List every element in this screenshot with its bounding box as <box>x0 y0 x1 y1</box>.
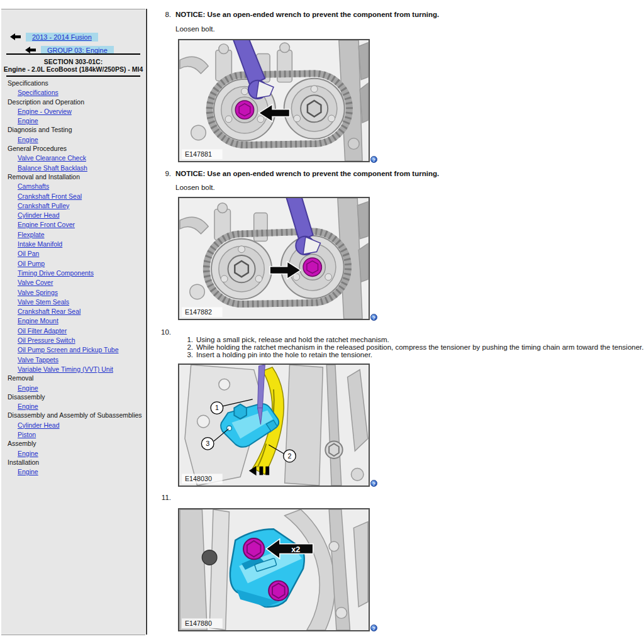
callout-1: 1 <box>211 402 223 414</box>
left-camshaft-sprocket <box>211 239 272 299</box>
svg-text:1: 1 <box>215 404 219 411</box>
breadcrumb-vehicle-link[interactable]: 2013 - 2014 Fusion <box>26 33 98 42</box>
nav-link-row: Oil Pan <box>1 248 145 258</box>
nav-link-crankshaft-pulley[interactable]: Crankshaft Pulley <box>18 202 69 209</box>
nav-link-cylinder-head[interactable]: Cylinder Head <box>18 211 60 219</box>
timing-sprocket-left-bolt-illustration: E147881 <box>179 40 369 161</box>
substep-number: 1. <box>184 336 193 343</box>
nav-link-row: Timing Drive Components <box>1 268 145 277</box>
nav-link-row: Piston <box>1 430 145 439</box>
nav-category: General Procedures <box>1 144 145 153</box>
nav-link-row: Engine Front Cover <box>1 219 145 229</box>
nav-link-valve-clearance-check[interactable]: Valve Clearance Check <box>18 154 86 162</box>
substep-text: Insert a holding pin into the hole to re… <box>196 351 372 358</box>
nav-link-engine[interactable]: Engine <box>18 384 38 392</box>
nav-link-specifications[interactable]: Specifications <box>18 89 58 96</box>
right-camshaft-sprocket <box>284 79 345 139</box>
nav-link-crankshaft-rear-seal[interactable]: Crankshaft Rear Seal <box>18 308 80 315</box>
tensioner-ratchet-illustration: 1 3 2 E148030 <box>179 365 369 486</box>
help-icon[interactable]: ? <box>370 480 377 487</box>
svg-text:2: 2 <box>287 452 291 460</box>
nav-category: Assembly <box>1 439 145 448</box>
nav-link-row: Engine <box>1 135 145 144</box>
nav-link-row: Oil Pressure Switch <box>1 335 145 345</box>
nav-link-cylinder-head[interactable]: Cylinder Head <box>18 421 60 429</box>
nav-category: Diagnosis and Testing <box>1 125 145 134</box>
nav-category: Installation <box>1 458 145 467</box>
nav-link-oil-filter-adapter[interactable]: Oil Filter Adapter <box>18 327 67 335</box>
nav-link-row: Crankshaft Pulley <box>1 201 145 210</box>
step-body: Loosen bolt. <box>175 25 215 33</box>
callout-3: 3 <box>201 438 214 450</box>
nav-link-oil-pump[interactable]: Oil Pump <box>18 260 45 267</box>
nav-link-engine[interactable]: Engine <box>18 450 38 457</box>
nav-link-row: Engine Mount <box>1 316 145 325</box>
camshaft-bolt-magenta <box>303 258 321 276</box>
nav-link-valve-tappets[interactable]: Valve Tappets <box>18 356 58 364</box>
svg-text:3: 3 <box>206 440 209 447</box>
sidebar: 2013 - 2014 Fusion GROUP 03: Engine SECT… <box>1 9 145 635</box>
nav-link-row: Valve Stem Seals <box>1 297 145 306</box>
nav-link-oil-pressure-switch[interactable]: Oil Pressure Switch <box>18 336 75 344</box>
camshaft-bolt-magenta <box>235 101 253 119</box>
sidebar-separator <box>146 9 147 635</box>
substep-text: Using a small pick, release and hold the… <box>196 336 389 343</box>
tensioner-bolt-bottom-magenta <box>269 581 288 601</box>
nav-link-row: Engine <box>1 467 145 476</box>
nav-link-flexplate[interactable]: Flexplate <box>18 231 45 238</box>
divider <box>6 53 140 55</box>
nav-category: Removal <box>1 374 145 382</box>
nav-link-engine[interactable]: Engine <box>18 468 38 475</box>
step-number: 11. <box>158 494 171 501</box>
sidebar-nav: SpecificationsSpecificationsDescription … <box>1 79 145 476</box>
nav-link-valve-springs[interactable]: Valve Springs <box>18 289 58 296</box>
nav-link-engine[interactable]: Engine <box>18 136 38 143</box>
nav-link-row: Balance Shaft Backlash <box>1 163 145 172</box>
figure-e147880: x2 E147880 <box>178 508 370 631</box>
nav-category: Disassembly <box>1 392 145 401</box>
help-icon[interactable]: ? <box>370 625 377 631</box>
substep-number: 3. <box>184 351 193 358</box>
nav-link-row: Camshafts <box>1 181 145 191</box>
substep-number: 2. <box>184 343 193 351</box>
nav-link-row: Engine - Overview <box>1 106 145 116</box>
nav-category: Disassembly and Assembly of Subassemblie… <box>1 411 145 419</box>
nav-link-engine-overview[interactable]: Engine - Overview <box>18 108 72 115</box>
nav-link-piston[interactable]: Piston <box>18 431 36 438</box>
back-arrow-icon[interactable] <box>10 31 21 43</box>
figure-label: E148030 <box>185 475 212 482</box>
nav-link-row: Crankshaft Rear Seal <box>1 306 145 316</box>
nav-link-camshafts[interactable]: Camshafts <box>18 182 49 190</box>
nav-link-engine[interactable]: Engine <box>18 402 38 410</box>
nav-link-balance-shaft-backlash[interactable]: Balance Shaft Backlash <box>18 164 87 172</box>
nav-link-timing-drive-components[interactable]: Timing Drive Components <box>18 269 94 277</box>
nav-link-intake-manifold[interactable]: Intake Manifold <box>18 240 62 248</box>
notice-text: NOTICE: Use an open-ended wrench to prev… <box>175 11 439 18</box>
help-icon[interactable]: ? <box>370 314 377 321</box>
figure-label: E147882 <box>185 308 212 316</box>
nav-link-engine-front-cover[interactable]: Engine Front Cover <box>18 221 75 228</box>
nav-link-engine-mount[interactable]: Engine Mount <box>18 317 58 325</box>
step-body: Loosen bolt. <box>175 184 215 191</box>
svg-text:x2: x2 <box>291 545 300 554</box>
nav-link-row: Cylinder Head <box>1 420 145 430</box>
nav-link-crankshaft-front-seal[interactable]: Crankshaft Front Seal <box>18 192 82 200</box>
nav-link-row: Intake Manifold <box>1 239 145 248</box>
figure-e147881: E147881 <box>178 39 370 162</box>
nav-category: Removal and Installation <box>1 172 145 181</box>
help-icon[interactable]: ? <box>370 156 377 163</box>
nav-link-valve-stem-seals[interactable]: Valve Stem Seals <box>18 298 69 306</box>
nav-link-row: Engine <box>1 448 145 458</box>
nav-link-row: Oil Pump <box>1 258 145 268</box>
divider <box>6 75 140 77</box>
nav-link-oil-pump-screen-and-pickup-tube[interactable]: Oil Pump Screen and Pickup Tube <box>18 346 119 353</box>
nav-link-row: Flexplate <box>1 230 145 239</box>
nav-link-row: Valve Clearance Check <box>1 153 145 162</box>
section-title-line1: SECTION 303-01C: <box>3 58 144 66</box>
nav-link-valve-cover[interactable]: Valve Cover <box>18 279 53 286</box>
nav-link-row: Engine <box>1 401 145 411</box>
nav-link-oil-pan[interactable]: Oil Pan <box>18 250 39 257</box>
callout-2: 2 <box>284 450 296 462</box>
nav-link-variable-valve-timing-vvt-unit[interactable]: Variable Valve Timing (VVT) Unit <box>18 365 113 373</box>
nav-link-engine[interactable]: Engine <box>18 117 38 125</box>
